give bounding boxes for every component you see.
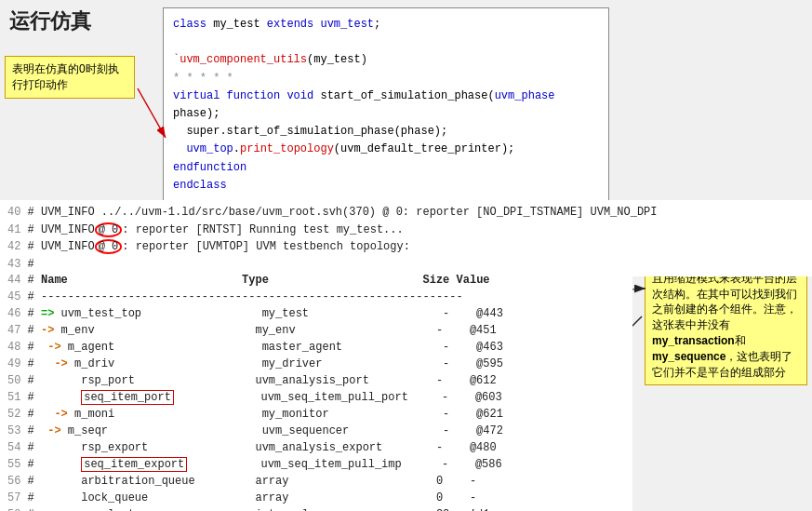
table-row-48: 48 # -> m_agent master_agent - @463 <box>7 339 625 356</box>
table-row-53: 53 # -> m_seqr uvm_sequencer - @472 <box>7 423 625 439</box>
title-text: 运行仿真 <box>9 9 91 33</box>
console-line-41: 41 # UVM_INFO@ 0: reporter [RNTST] Runni… <box>7 222 805 239</box>
table-separator: 45 # -----------------------------------… <box>7 289 625 305</box>
table-row-58: 58 # num_last_reqs integral 32 'd1 <box>7 506 625 511</box>
console-line-40: 40 # UVM_INFO ../../uvm-1.ld/src/base/uv… <box>7 204 805 222</box>
code-line-3: `uvm_component_utils(my_test) <box>173 51 599 69</box>
code-line-2 <box>173 34 599 51</box>
table-row-46: 46 # => uvm_test_top my_test - @443 <box>7 305 625 322</box>
console-area: 40 # UVM_INFO ../../uvm-1.ld/src/base/uv… <box>0 200 812 276</box>
table-row-52: 52 # -> m_moni my_monitor - @621 <box>7 406 625 423</box>
code-line-1: class my_test extends uvm_test; <box>173 16 599 34</box>
code-line-4: * * * * * <box>173 70 599 87</box>
console-line-42: 42 # UVM_INFO@ 0: reporter [UVMTOP] UVM … <box>7 238 805 256</box>
page-title: 运行仿真 <box>9 7 91 35</box>
code-line-6: super.start_of_simulation_phase(phase); <box>173 123 599 141</box>
table-row-49: 49 # -> m_driv my_driver - @595 <box>7 356 625 372</box>
table-row-51: 51 # seq_item_port uvm_seq_item_pull_por… <box>7 389 625 406</box>
code-line-7: uvm_top.print_topology(uvm_default_tree_… <box>173 141 599 158</box>
annotation-left: 表明在仿真的0时刻执行打印动作 <box>5 56 135 99</box>
code-line-9: endclass <box>173 177 599 195</box>
code-line-5: virtual function void start_of_simulatio… <box>173 87 599 123</box>
svg-line-3 <box>138 88 166 138</box>
table-row-54: 54 # rsp_export uvm_analysis_export - @4… <box>7 439 625 456</box>
table-area: 44 # Name Type Size Value 45 # ---------… <box>0 270 632 511</box>
table-row-55: 55 # seq_item_export uvm_seq_item_pull_i… <box>7 456 625 473</box>
table-row-50: 50 # rsp_port uvm_analysis_port - @612 <box>7 372 625 389</box>
code-line-8: endfunction <box>173 159 599 177</box>
table-row-47: 47 # -> m_env my_env - @451 <box>7 322 625 339</box>
code-box: class my_test extends uvm_test; `uvm_com… <box>163 7 609 203</box>
annotation-left-text: 表明在仿真的0时刻执行打印动作 <box>12 62 119 91</box>
table-header: 44 # Name Type Size Value <box>7 272 625 289</box>
table-row-57: 57 # lock_queue array 0 - <box>7 490 625 506</box>
table-row-56: 56 # arbitration_queue array 0 - <box>7 473 625 490</box>
